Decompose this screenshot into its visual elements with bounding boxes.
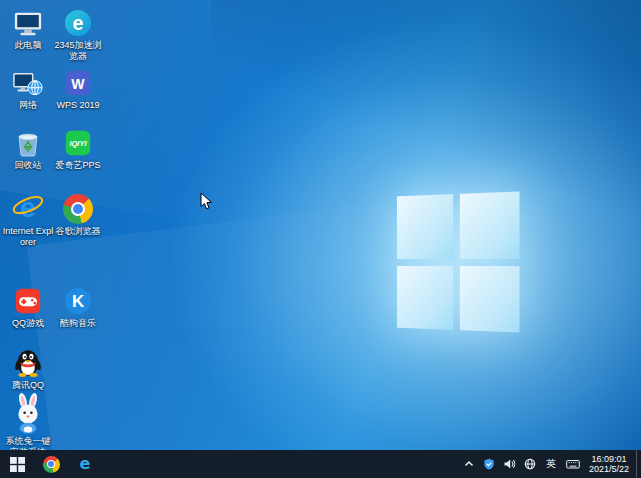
- kugou-blue-k-icon: K: [63, 282, 93, 316]
- desktop-icon-tencent-qq[interactable]: 腾讯QQ: [2, 344, 54, 391]
- wps-w-icon: W: [63, 64, 93, 98]
- start-button[interactable]: [0, 450, 34, 478]
- desktop-icon-wps[interactable]: W WPS 2019: [52, 64, 104, 111]
- taskbar-chrome-button[interactable]: [34, 450, 68, 478]
- hidden-icons-chevron[interactable]: [459, 450, 479, 478]
- system-tray: 英 16:09:01 2021/5/22: [459, 450, 641, 478]
- desktop-icon-iqiyi[interactable]: iQIYI 爱奇艺PPS: [52, 124, 104, 171]
- monitor-globe-icon: [13, 64, 43, 98]
- windows-logo-wallpaper: [397, 191, 520, 332]
- svg-text:iQIYI: iQIYI: [69, 139, 87, 148]
- desktop-icon-label: WPS 2019: [56, 100, 99, 111]
- recycle-bin-icon: [13, 124, 43, 158]
- desktop-icon-label: Internet Explorer: [2, 226, 54, 248]
- svg-text:W: W: [71, 76, 85, 92]
- desktop-icon-label: 此电脑: [15, 40, 42, 51]
- taskbar-clock[interactable]: 16:09:01 2021/5/22: [584, 454, 636, 475]
- desktop-icon-label: 2345加速浏览器: [52, 40, 104, 62]
- shield-icon: [483, 458, 495, 470]
- clock-date: 2021/5/22: [589, 464, 629, 475]
- svg-text:K: K: [72, 292, 85, 311]
- edge-icon: e: [80, 456, 91, 472]
- desktop-icon-label: 酷狗音乐: [60, 318, 96, 329]
- desktop-icon-2345-browser[interactable]: e 2345加速浏览器: [52, 4, 104, 62]
- windows-start-icon: [10, 457, 25, 472]
- clock-time: 16:09:01: [589, 454, 629, 465]
- qq-game-red-gamepad-icon: [13, 282, 43, 316]
- desktop-icon-label: 回收站: [15, 160, 42, 171]
- desktop-icon-recycle-bin[interactable]: 回收站: [2, 124, 54, 171]
- desktop-icon-label: QQ游戏: [12, 318, 44, 329]
- taskbar: e: [0, 450, 641, 478]
- svg-text:e: e: [73, 12, 84, 34]
- desktop-icon-network[interactable]: 网络: [2, 64, 54, 111]
- desktop-icon-this-pc[interactable]: 此电脑: [2, 4, 54, 51]
- touch-keyboard-button[interactable]: [562, 450, 584, 478]
- tray-network-button[interactable]: [520, 450, 540, 478]
- chrome-ball-icon: [63, 190, 93, 224]
- desktop-background[interactable]: 此电脑 e 2345加速浏览器: [0, 0, 641, 450]
- desktop-icon-internet-explorer[interactable]: e Internet Explorer: [2, 190, 54, 248]
- rabbit-mascot-icon: [10, 392, 46, 434]
- desktop-icon-label: 系统兔一键安装系统: [2, 436, 54, 450]
- desktop-icon-label: 网络: [19, 100, 37, 111]
- desktop-icon-label: 爱奇艺PPS: [55, 160, 100, 171]
- chevron-up-icon: [463, 458, 475, 470]
- language-indicator[interactable]: 英: [540, 450, 562, 478]
- desktop-icon-label: 腾讯QQ: [12, 380, 44, 391]
- windows-logo-pane: [459, 266, 519, 333]
- taskbar-edge-button[interactable]: e: [68, 450, 102, 478]
- windows-logo-pane: [459, 191, 519, 258]
- computer-monitor-icon: [13, 4, 43, 38]
- network-globe-icon: [524, 458, 536, 470]
- iqiyi-green-icon: iQIYI: [63, 124, 93, 158]
- mouse-cursor: [200, 192, 213, 211]
- show-desktop-button[interactable]: [636, 450, 641, 478]
- windows-logo-pane: [397, 265, 453, 329]
- speaker-icon: [503, 458, 516, 470]
- desktop-icon-kugou[interactable]: K 酷狗音乐: [52, 282, 104, 329]
- desktop-icon-chrome[interactable]: 谷歌浏览器: [52, 190, 104, 237]
- screen: 此电脑 e 2345加速浏览器: [0, 0, 641, 478]
- windows-logo-pane: [397, 194, 453, 258]
- ie-blue-e-icon: e: [11, 190, 45, 224]
- tray-security-button[interactable]: [479, 450, 499, 478]
- desktop-icon-system-rabbit[interactable]: 系统兔一键安装系统: [2, 392, 54, 450]
- desktop-icon-qq-game[interactable]: QQ游戏: [2, 282, 54, 329]
- keyboard-icon: [566, 458, 580, 470]
- teal-browser-circle-icon: e: [63, 4, 93, 38]
- qq-penguin-icon: [12, 344, 44, 378]
- svg-text:e: e: [20, 191, 36, 223]
- desktop-icon-label: 谷歌浏览器: [56, 226, 101, 237]
- chrome-icon: [43, 456, 60, 473]
- tray-volume-button[interactable]: [499, 450, 520, 478]
